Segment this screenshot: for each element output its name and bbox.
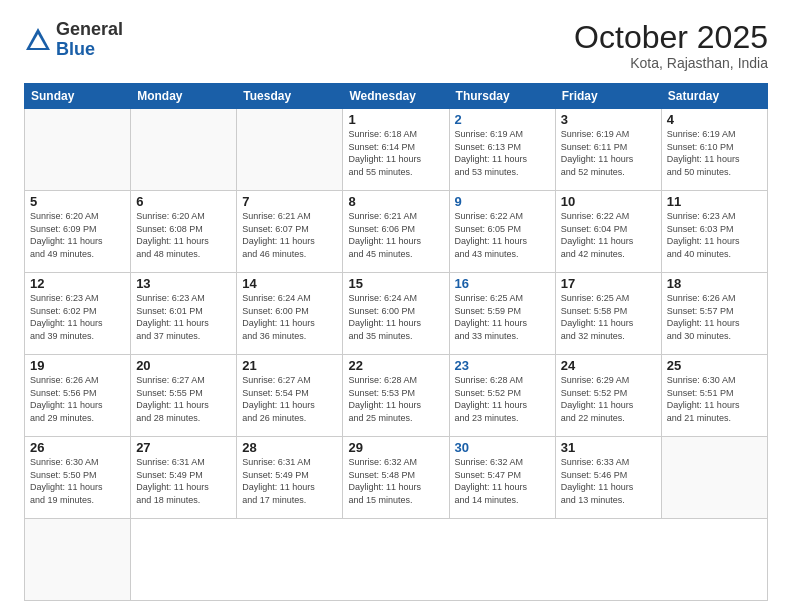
table-row: 29Sunrise: 6:32 AMSunset: 5:48 PMDayligh… — [343, 437, 449, 519]
day-number: 30 — [455, 440, 550, 455]
day-number: 2 — [455, 112, 550, 127]
day-number: 9 — [455, 194, 550, 209]
day-info: Sunrise: 6:27 AMSunset: 5:55 PMDaylight:… — [136, 374, 231, 424]
title-block: October 2025 Kota, Rajasthan, India — [574, 20, 768, 71]
day-number: 27 — [136, 440, 231, 455]
day-info: Sunrise: 6:29 AMSunset: 5:52 PMDaylight:… — [561, 374, 656, 424]
table-row: 2Sunrise: 6:19 AMSunset: 6:13 PMDaylight… — [449, 109, 555, 191]
day-info: Sunrise: 6:24 AMSunset: 6:00 PMDaylight:… — [242, 292, 337, 342]
logo: General Blue — [24, 20, 123, 60]
day-info: Sunrise: 6:20 AMSunset: 6:08 PMDaylight:… — [136, 210, 231, 260]
logo-general: General — [56, 19, 123, 39]
table-row — [661, 437, 767, 519]
table-row: 17Sunrise: 6:25 AMSunset: 5:58 PMDayligh… — [555, 273, 661, 355]
table-row: 13Sunrise: 6:23 AMSunset: 6:01 PMDayligh… — [131, 273, 237, 355]
day-number: 29 — [348, 440, 443, 455]
day-number: 15 — [348, 276, 443, 291]
header-thursday: Thursday — [449, 84, 555, 109]
table-row: 5Sunrise: 6:20 AMSunset: 6:09 PMDaylight… — [25, 191, 131, 273]
header-saturday: Saturday — [661, 84, 767, 109]
table-row: 30Sunrise: 6:32 AMSunset: 5:47 PMDayligh… — [449, 437, 555, 519]
day-number: 26 — [30, 440, 125, 455]
day-number: 24 — [561, 358, 656, 373]
day-number: 28 — [242, 440, 337, 455]
day-number: 3 — [561, 112, 656, 127]
table-row: 22Sunrise: 6:28 AMSunset: 5:53 PMDayligh… — [343, 355, 449, 437]
table-row: 26Sunrise: 6:30 AMSunset: 5:50 PMDayligh… — [25, 437, 131, 519]
table-row: 6Sunrise: 6:20 AMSunset: 6:08 PMDaylight… — [131, 191, 237, 273]
day-info: Sunrise: 6:33 AMSunset: 5:46 PMDaylight:… — [561, 456, 656, 506]
day-info: Sunrise: 6:19 AMSunset: 6:11 PMDaylight:… — [561, 128, 656, 178]
calendar-row: 26Sunrise: 6:30 AMSunset: 5:50 PMDayligh… — [25, 437, 768, 519]
day-info: Sunrise: 6:23 AMSunset: 6:01 PMDaylight:… — [136, 292, 231, 342]
day-number: 18 — [667, 276, 762, 291]
calendar-row: 12Sunrise: 6:23 AMSunset: 6:02 PMDayligh… — [25, 273, 768, 355]
calendar-row: 19Sunrise: 6:26 AMSunset: 5:56 PMDayligh… — [25, 355, 768, 437]
month-title: October 2025 — [574, 20, 768, 55]
day-number: 1 — [348, 112, 443, 127]
table-row: 28Sunrise: 6:31 AMSunset: 5:49 PMDayligh… — [237, 437, 343, 519]
day-number: 5 — [30, 194, 125, 209]
table-row — [237, 109, 343, 191]
day-number: 16 — [455, 276, 550, 291]
day-info: Sunrise: 6:32 AMSunset: 5:47 PMDaylight:… — [455, 456, 550, 506]
table-row: 11Sunrise: 6:23 AMSunset: 6:03 PMDayligh… — [661, 191, 767, 273]
table-row: 24Sunrise: 6:29 AMSunset: 5:52 PMDayligh… — [555, 355, 661, 437]
day-number: 12 — [30, 276, 125, 291]
day-info: Sunrise: 6:31 AMSunset: 5:49 PMDaylight:… — [136, 456, 231, 506]
day-info: Sunrise: 6:20 AMSunset: 6:09 PMDaylight:… — [30, 210, 125, 260]
day-info: Sunrise: 6:19 AMSunset: 6:10 PMDaylight:… — [667, 128, 762, 178]
table-row: 23Sunrise: 6:28 AMSunset: 5:52 PMDayligh… — [449, 355, 555, 437]
table-row: 25Sunrise: 6:30 AMSunset: 5:51 PMDayligh… — [661, 355, 767, 437]
table-row: 16Sunrise: 6:25 AMSunset: 5:59 PMDayligh… — [449, 273, 555, 355]
day-info: Sunrise: 6:27 AMSunset: 5:54 PMDaylight:… — [242, 374, 337, 424]
table-row — [25, 519, 131, 601]
day-info: Sunrise: 6:25 AMSunset: 5:58 PMDaylight:… — [561, 292, 656, 342]
header-wednesday: Wednesday — [343, 84, 449, 109]
day-number: 4 — [667, 112, 762, 127]
header-sunday: Sunday — [25, 84, 131, 109]
calendar: Sunday Monday Tuesday Wednesday Thursday… — [24, 83, 768, 601]
header: General Blue October 2025 Kota, Rajastha… — [24, 20, 768, 71]
day-info: Sunrise: 6:30 AMSunset: 5:51 PMDaylight:… — [667, 374, 762, 424]
page: General Blue October 2025 Kota, Rajastha… — [0, 0, 792, 612]
table-row: 15Sunrise: 6:24 AMSunset: 6:00 PMDayligh… — [343, 273, 449, 355]
day-info: Sunrise: 6:30 AMSunset: 5:50 PMDaylight:… — [30, 456, 125, 506]
header-friday: Friday — [555, 84, 661, 109]
table-row: 3Sunrise: 6:19 AMSunset: 6:11 PMDaylight… — [555, 109, 661, 191]
day-info: Sunrise: 6:18 AMSunset: 6:14 PMDaylight:… — [348, 128, 443, 178]
table-row: 4Sunrise: 6:19 AMSunset: 6:10 PMDaylight… — [661, 109, 767, 191]
day-info: Sunrise: 6:23 AMSunset: 6:02 PMDaylight:… — [30, 292, 125, 342]
weekday-header-row: Sunday Monday Tuesday Wednesday Thursday… — [25, 84, 768, 109]
table-row: 9Sunrise: 6:22 AMSunset: 6:05 PMDaylight… — [449, 191, 555, 273]
logo-icon — [24, 26, 52, 54]
day-number: 11 — [667, 194, 762, 209]
day-info: Sunrise: 6:26 AMSunset: 5:56 PMDaylight:… — [30, 374, 125, 424]
day-info: Sunrise: 6:28 AMSunset: 5:53 PMDaylight:… — [348, 374, 443, 424]
day-number: 8 — [348, 194, 443, 209]
day-number: 20 — [136, 358, 231, 373]
table-row: 12Sunrise: 6:23 AMSunset: 6:02 PMDayligh… — [25, 273, 131, 355]
header-tuesday: Tuesday — [237, 84, 343, 109]
logo-blue: Blue — [56, 39, 95, 59]
table-row: 8Sunrise: 6:21 AMSunset: 6:06 PMDaylight… — [343, 191, 449, 273]
table-row: 31Sunrise: 6:33 AMSunset: 5:46 PMDayligh… — [555, 437, 661, 519]
table-row — [25, 109, 131, 191]
table-row: 20Sunrise: 6:27 AMSunset: 5:55 PMDayligh… — [131, 355, 237, 437]
calendar-row — [25, 519, 768, 601]
day-info: Sunrise: 6:22 AMSunset: 6:05 PMDaylight:… — [455, 210, 550, 260]
calendar-row: 5Sunrise: 6:20 AMSunset: 6:09 PMDaylight… — [25, 191, 768, 273]
day-info: Sunrise: 6:25 AMSunset: 5:59 PMDaylight:… — [455, 292, 550, 342]
day-info: Sunrise: 6:28 AMSunset: 5:52 PMDaylight:… — [455, 374, 550, 424]
location: Kota, Rajasthan, India — [574, 55, 768, 71]
day-info: Sunrise: 6:21 AMSunset: 6:06 PMDaylight:… — [348, 210, 443, 260]
table-row: 18Sunrise: 6:26 AMSunset: 5:57 PMDayligh… — [661, 273, 767, 355]
table-row: 10Sunrise: 6:22 AMSunset: 6:04 PMDayligh… — [555, 191, 661, 273]
table-row: 27Sunrise: 6:31 AMSunset: 5:49 PMDayligh… — [131, 437, 237, 519]
day-number: 13 — [136, 276, 231, 291]
day-info: Sunrise: 6:24 AMSunset: 6:00 PMDaylight:… — [348, 292, 443, 342]
calendar-row: 1Sunrise: 6:18 AMSunset: 6:14 PMDaylight… — [25, 109, 768, 191]
table-row: 19Sunrise: 6:26 AMSunset: 5:56 PMDayligh… — [25, 355, 131, 437]
day-info: Sunrise: 6:21 AMSunset: 6:07 PMDaylight:… — [242, 210, 337, 260]
header-monday: Monday — [131, 84, 237, 109]
